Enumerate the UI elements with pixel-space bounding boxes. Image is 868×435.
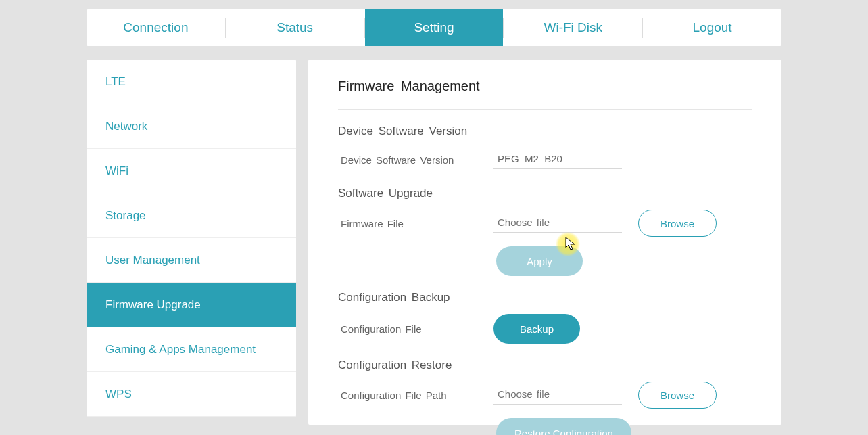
section-config-backup-title: Configuration Backup (338, 291, 752, 304)
nav-label: Status (276, 20, 313, 35)
device-version-value: PEG_M2_B20 (493, 150, 622, 169)
sidebar-item-label: User Management (105, 254, 200, 267)
sidebar-item-label: Firmware Upgrade (105, 298, 201, 312)
row-device-version: Device Software Version PEG_M2_B20 (338, 147, 752, 172)
browse-config-button[interactable]: Browse (638, 382, 717, 409)
nav-connection[interactable]: Connection (87, 9, 225, 46)
apply-button[interactable]: Apply (496, 246, 583, 276)
section-software-upgrade-title: Software Upgrade (338, 187, 752, 200)
config-file-path-input[interactable] (493, 386, 622, 405)
main-panel: Firmware Management Device Software Vers… (308, 60, 781, 425)
nav-label: Connection (123, 20, 188, 35)
sidebar-item-storage[interactable]: Storage (87, 193, 296, 238)
nav-wifi-disk[interactable]: Wi-Fi Disk (504, 9, 642, 46)
sidebar-item-firmware-upgrade[interactable]: Firmware Upgrade (87, 283, 296, 327)
restore-configuration-button[interactable]: Restore Configuration (496, 418, 631, 435)
row-config-restore: Configuration File Path Browse (338, 382, 752, 409)
apply-row: Apply (338, 246, 752, 276)
sidebar-item-gaming-apps[interactable]: Gaming & Apps Management (87, 327, 296, 372)
sidebar-item-label: Network (105, 120, 147, 133)
nav-label: Setting (414, 20, 454, 35)
sidebar-item-lte[interactable]: LTE (87, 60, 296, 104)
section-config-restore-title: Configuration Restore (338, 359, 752, 372)
browse-firmware-button[interactable]: Browse (638, 210, 717, 237)
firmware-file-label: Firmware File (338, 218, 493, 229)
sidebar-item-label: LTE (105, 75, 126, 89)
nav-label: Wi-Fi Disk (544, 20, 603, 35)
sidebar-item-label: Storage (105, 209, 146, 223)
backup-button[interactable]: Backup (493, 314, 580, 344)
nav-logout[interactable]: Logout (643, 9, 781, 46)
sidebar-item-wifi[interactable]: WiFi (87, 149, 296, 193)
sidebar-item-label: WPS (105, 388, 132, 401)
device-version-label: Device Software Version (338, 154, 493, 166)
section-device-version-title: Device Software Version (338, 124, 752, 138)
nav-label: Logout (693, 20, 732, 35)
nav-status[interactable]: Status (226, 9, 364, 46)
sidebar-item-label: WiFi (105, 164, 128, 178)
firmware-file-input[interactable] (493, 214, 622, 233)
config-file-path-label: Configuration File Path (338, 390, 493, 401)
sidebar-item-label: Gaming & Apps Management (105, 343, 256, 357)
sidebar-item-wps[interactable]: WPS (87, 372, 296, 417)
nav-setting[interactable]: Setting (365, 9, 504, 46)
page-title: Firmware Management (338, 78, 752, 110)
sidebar-item-user-management[interactable]: User Management (87, 238, 296, 283)
top-nav: Connection Status Setting Wi-Fi Disk Log… (87, 9, 781, 46)
config-file-label: Configuration File (338, 323, 493, 335)
row-config-backup: Configuration File Backup (338, 314, 752, 344)
sidebar: LTE Network WiFi Storage User Management… (87, 60, 296, 417)
row-firmware-file: Firmware File Browse (338, 210, 752, 237)
sidebar-item-network[interactable]: Network (87, 104, 296, 149)
restore-row: Restore Configuration (338, 418, 752, 435)
